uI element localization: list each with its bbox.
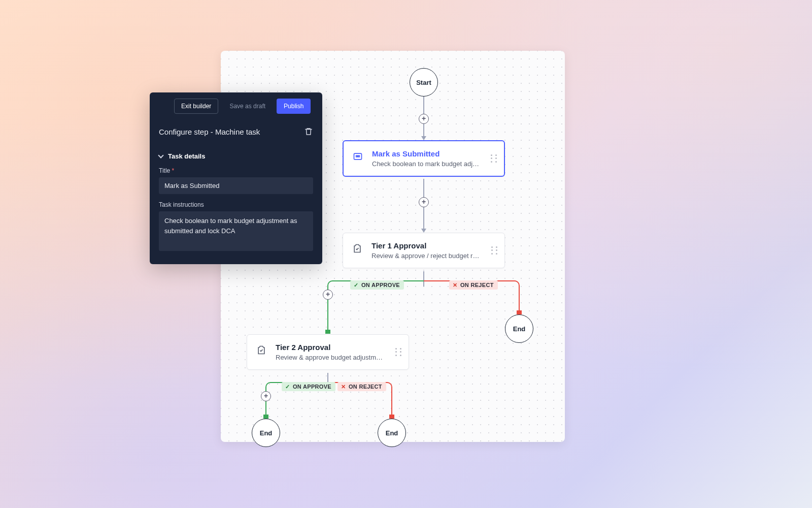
node-title: Tier 1 Approval — [371, 241, 482, 250]
node-title: Mark as Submitted — [372, 149, 482, 158]
title-input[interactable] — [159, 177, 313, 194]
svg-rect-1 — [356, 155, 358, 157]
arrow-down-icon — [421, 229, 426, 233]
connector-corner — [514, 280, 520, 287]
exit-builder-button[interactable]: Exit builder — [174, 99, 218, 114]
panel-actions: Exit builder Save as draft Publish — [150, 92, 322, 114]
node-subtitle: Check boolean to mark budget adjus... — [372, 160, 482, 168]
end-node[interactable]: End — [378, 419, 406, 447]
drag-handle-icon[interactable] — [491, 154, 498, 163]
drag-handle-icon[interactable] — [395, 348, 402, 356]
start-node[interactable]: Start — [410, 68, 438, 97]
end-label: End — [513, 325, 526, 333]
branch-reject-label: ON REJECT — [337, 382, 386, 391]
arrow-down-icon — [325, 330, 330, 334]
drag-handle-icon[interactable] — [491, 246, 498, 255]
save-draft-button[interactable]: Save as draft — [222, 99, 273, 114]
arrow-down-icon — [517, 310, 522, 314]
instructions-field-label: Task instructions — [159, 201, 313, 208]
approval-task-icon — [352, 243, 362, 253]
svg-rect-2 — [358, 155, 360, 157]
arrow-down-icon — [263, 415, 268, 419]
machine-task-icon — [353, 151, 363, 162]
approval-task-icon — [256, 345, 266, 355]
connector-corner — [265, 382, 272, 388]
add-step-button[interactable] — [419, 197, 429, 207]
configure-step-panel: Exit builder Save as draft Publish Confi… — [150, 92, 322, 264]
end-label: End — [260, 429, 273, 437]
start-label: Start — [416, 79, 431, 86]
add-step-button[interactable] — [323, 290, 333, 300]
node-subtitle: Review & approve budget adjustment... — [276, 354, 386, 361]
arrow-down-icon — [421, 136, 426, 140]
add-step-button[interactable] — [419, 114, 429, 124]
connector — [519, 287, 520, 312]
end-node[interactable]: End — [252, 419, 280, 447]
task-node-mark-submitted[interactable]: Mark as Submitted Check boolean to mark … — [343, 140, 505, 177]
chevron-down-icon — [158, 152, 163, 158]
branch-reject-label: ON REJECT — [449, 280, 498, 290]
branch-approve-label: ON APPROVE — [282, 382, 335, 391]
delete-icon[interactable] — [304, 127, 313, 136]
title-field-label: Title * — [159, 167, 313, 174]
section-label: Task details — [168, 152, 205, 160]
add-step-button[interactable] — [261, 391, 271, 401]
end-node[interactable]: End — [505, 314, 533, 343]
node-subtitle: Review & approve / reject budget req... — [371, 252, 482, 260]
panel-title: Configure step - Machine task — [159, 128, 260, 136]
branch-approve-label: ON APPROVE — [350, 280, 404, 290]
instructions-textarea[interactable] — [159, 211, 313, 251]
task-node-tier1[interactable]: Tier 1 Approval Review & approve / rejec… — [343, 233, 505, 268]
task-node-tier2[interactable]: Tier 2 Approval Review & approve budget … — [247, 334, 409, 370]
end-label: End — [386, 429, 398, 437]
task-details-section[interactable]: Task details — [150, 140, 322, 164]
connector — [391, 388, 392, 417]
connector — [423, 271, 424, 287]
connector-corner — [327, 280, 333, 287]
node-title: Tier 2 Approval — [276, 343, 386, 352]
arrow-down-icon — [389, 415, 394, 419]
connector-corner — [386, 382, 392, 388]
publish-button[interactable]: Publish — [277, 99, 311, 114]
connector — [327, 373, 328, 383]
